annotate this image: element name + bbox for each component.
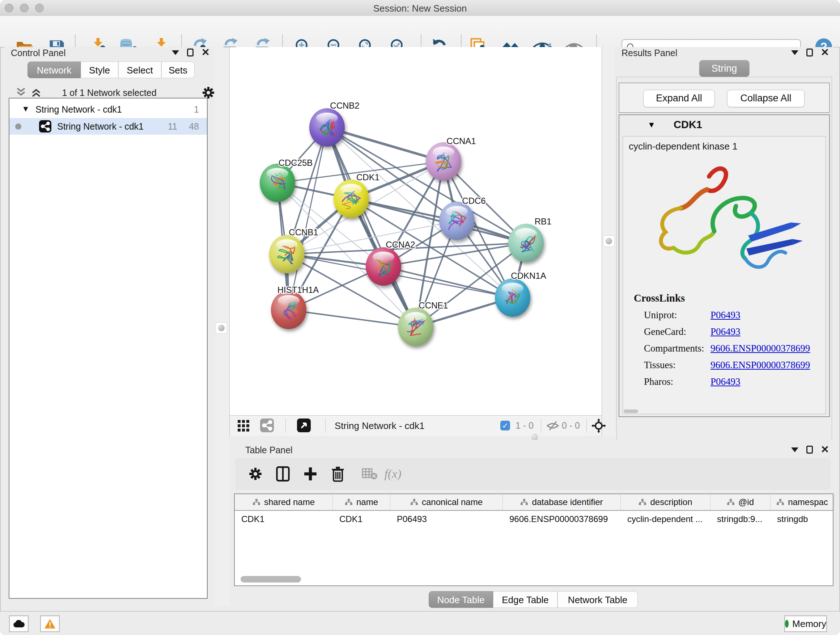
crosslink-label: Uniprot: [644,310,677,321]
canvas-toolbar-separator [541,418,541,433]
network-canvas[interactable]: CCNB2CCNA1CDC25BCDK1CDC6RB1CCNB1CCNA2CDK… [229,47,602,436]
create-column-plus-icon[interactable] [303,467,317,481]
tab-select[interactable]: Select [118,62,161,78]
crosslink-label: Pharos: [644,376,673,387]
cloud-button[interactable] [9,616,28,632]
network-node-count: 11 [168,121,177,132]
table-panel-close-icon[interactable]: ✕ [821,446,829,454]
network-node-CCNE1[interactable] [398,308,433,346]
left-splitter[interactable] [214,47,229,606]
table-horizontal-scrollbar[interactable] [240,576,301,583]
memory-button[interactable]: Memory [784,616,827,632]
crosslink-genecard-link[interactable]: P06493 [711,326,741,337]
crosslink-label: GeneCard: [644,326,686,337]
table-panel-title: Table Panel [245,445,293,455]
tab-network-table[interactable]: Network Table [557,591,638,608]
table-row[interactable]: CDK1CDK1P064939606.ENSP00000378699cyclin… [235,511,833,527]
table-cell[interactable]: P06493 [390,511,503,527]
open-in-window-icon[interactable] [297,418,311,432]
network-node-CDK1[interactable] [333,180,369,218]
network-node-CCNA2[interactable] [366,247,401,286]
tab-node-table[interactable]: Node Table [429,591,493,608]
column-header[interactable]: namespac [771,494,834,510]
tab-edge-table[interactable]: Edge Table [493,591,557,608]
selected-checkbox-icon[interactable]: ✓ [500,421,510,431]
column-type-icon [638,499,646,506]
network-node-CDC25B[interactable] [260,164,295,202]
table-cell[interactable]: CDK1 [333,511,390,527]
crosslink-tissues-link[interactable]: 9606.ENSP00000378699 [711,359,810,371]
canvas-network-title: String Network - cdk1 [335,420,425,432]
column-header[interactable]: name [333,494,390,510]
protein-panel-scrollbar[interactable] [624,409,638,413]
table-cell[interactable]: cyclin-dependent ... [621,511,711,527]
column-header[interactable]: database identifier [503,494,621,510]
network-row-selected[interactable]: String Network - cdk1 11 48 [9,118,207,135]
network-edge[interactable] [327,127,444,162]
window-title: Session: New Session [0,3,840,14]
grid-view-icon[interactable] [237,419,250,432]
table-panel-float-icon[interactable] [806,446,813,454]
crosslink-compartments-link[interactable]: 9606.ENSP00000378699 [711,343,810,354]
control-panel-collapse-icon[interactable] [172,50,179,55]
column-type-icon [776,499,784,506]
column-header[interactable]: description [621,494,711,510]
protein-disclosure-icon[interactable]: ▼ [647,120,655,130]
results-panel-collapse-icon[interactable] [791,50,798,55]
table-cell[interactable]: stringdb:9... [711,511,771,527]
network-node-RB1[interactable] [508,224,544,262]
network-graph[interactable]: CCNB2CCNA1CDC25BCDK1CDC6RB1CCNB1CCNA2CDK… [230,47,602,416]
collection-disclosure-icon[interactable]: ▼ [22,104,30,114]
network-share-icon[interactable] [260,418,274,432]
show-columns-icon[interactable] [276,466,290,482]
network-collection-row[interactable]: ▼ String Network - cdk1 1 [9,101,207,118]
tab-sets[interactable]: Sets [161,62,195,78]
table-cell[interactable]: 9606.ENSP00000378699 [503,511,621,527]
network-node-CCNB2[interactable] [309,108,345,147]
protein-section: ▼ CDK1 cyclin-dependent kinase 1 [619,114,830,417]
table-tabs: Node Table Edge Table Network Table [429,591,638,608]
network-node-CCNB1[interactable] [269,235,305,273]
hidden-eye-icon [546,420,559,432]
network-edge[interactable] [289,127,327,310]
network-edge[interactable] [327,127,416,327]
tab-style[interactable]: Style [81,62,118,78]
left-splitter-handle[interactable] [216,322,227,334]
tab-string[interactable]: String [699,60,750,77]
table-gear-icon[interactable] [248,466,263,481]
table-cell[interactable]: CDK1 [235,511,333,527]
results-panel-close-icon[interactable]: ✕ [821,49,829,57]
network-node-CDKN1A[interactable] [495,279,531,317]
tab-network[interactable]: Network [27,62,81,78]
column-header[interactable]: @id [711,494,771,510]
cloud-icon [13,619,25,628]
memory-label: Memory [792,618,826,630]
crosslink-pharos-link[interactable]: P06493 [711,376,741,387]
control-panel-float-icon[interactable] [187,49,194,57]
control-panel-tabs: Network Style Select Sets [27,62,195,78]
delete-table-icon [362,467,378,480]
selected-count: 1 - 0 [515,420,534,431]
table-cell[interactable]: stringdb [771,511,834,527]
control-panel: Control Panel ✕ Network Style Select Set… [4,47,214,606]
network-edge[interactable] [289,310,416,327]
protein-description: cyclin-dependent kinase 1 [629,141,737,152]
network-node-HIST1H1A[interactable] [271,291,306,329]
hidden-count: 0 - 0 [562,420,580,431]
network-node-CDC6[interactable] [439,202,475,240]
crosslink-uniprot-link[interactable]: P06493 [711,310,741,321]
table-panel-collapse-icon[interactable] [791,448,798,452]
network-type-icon [39,120,51,133]
network-node-CCNA1[interactable] [426,142,461,181]
column-header[interactable]: shared name [235,494,333,510]
results-panel-float-icon[interactable] [806,49,813,57]
fit-content-crosshair-icon[interactable] [592,418,606,433]
delete-column-trash-icon[interactable] [331,466,345,482]
warnings-button[interactable] [40,616,60,632]
control-panel-close-icon[interactable]: ✕ [202,49,210,57]
node-label-CDC6: CDC6 [462,196,485,206]
column-header[interactable]: canonical name [390,494,503,510]
collapse-all-button[interactable]: Collapse All [727,90,805,107]
right-splitter-handle[interactable] [603,235,615,247]
expand-all-button[interactable]: Expand All [643,90,715,107]
